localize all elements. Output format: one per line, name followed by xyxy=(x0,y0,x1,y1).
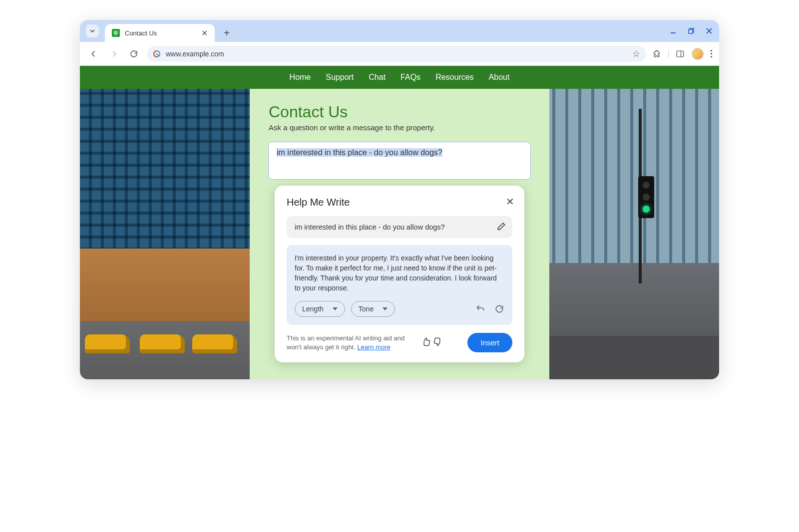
length-dropdown[interactable]: Length xyxy=(295,301,345,317)
undo-icon[interactable] xyxy=(475,304,485,314)
length-label: Length xyxy=(302,305,324,313)
profile-avatar[interactable] xyxy=(692,48,704,60)
tab-search-button[interactable] xyxy=(86,24,99,37)
browser-window: Contact Us ✕ + www.example.com ☆ xyxy=(80,20,719,379)
hmw-controls-row: Length Tone xyxy=(295,301,504,317)
message-textarea[interactable]: im interested in this place - do you all… xyxy=(268,142,531,180)
hmw-prompt-text: im interested in this place - do you all… xyxy=(295,223,445,231)
side-panel-icon[interactable] xyxy=(676,49,685,58)
extensions-icon[interactable] xyxy=(652,49,661,58)
tone-label: Tone xyxy=(359,305,374,313)
tab-title: Contact Us xyxy=(125,29,157,37)
minimize-icon[interactable] xyxy=(669,27,677,35)
hmw-disclaimer: This is an experimental AI writing aid a… xyxy=(287,334,416,352)
window-controls xyxy=(669,20,713,42)
bookmark-icon[interactable]: ☆ xyxy=(632,48,640,59)
thumbs-up-icon[interactable] xyxy=(421,337,430,348)
favicon-icon xyxy=(112,29,120,37)
nav-resources[interactable]: Resources xyxy=(435,73,473,82)
nav-faqs[interactable]: FAQs xyxy=(400,73,420,82)
maximize-icon[interactable] xyxy=(687,27,695,35)
forward-button[interactable] xyxy=(107,47,121,61)
reload-button[interactable] xyxy=(127,47,141,61)
new-tab-button[interactable]: + xyxy=(220,26,234,40)
close-window-icon[interactable] xyxy=(705,27,713,35)
page-subtitle: Ask a question or write a message to the… xyxy=(269,123,435,132)
nav-chat[interactable]: Chat xyxy=(369,73,386,82)
site-nav: Home Support Chat FAQs Resources About xyxy=(80,66,719,89)
edit-icon[interactable] xyxy=(496,222,506,233)
svg-rect-0 xyxy=(113,30,118,35)
page-title: Contact Us xyxy=(269,103,348,121)
insert-button[interactable]: Insert xyxy=(467,333,512,352)
help-me-write-panel: Help Me Write ✕ im interested in this pl… xyxy=(275,186,524,362)
extensions-area xyxy=(652,48,712,60)
address-bar[interactable]: www.example.com ☆ xyxy=(147,46,646,62)
svg-rect-11 xyxy=(677,51,684,57)
site-icon xyxy=(153,50,161,58)
back-button[interactable] xyxy=(87,47,101,61)
regenerate-icon[interactable] xyxy=(494,304,504,314)
page-body: Contact Us Ask a question or write a mes… xyxy=(80,89,719,379)
message-text: im interested in this place - do you all… xyxy=(277,148,442,157)
tone-dropdown[interactable]: Tone xyxy=(351,301,395,317)
thumbs-down-icon[interactable] xyxy=(433,337,442,348)
content-column: Contact Us Ask a question or write a mes… xyxy=(250,89,549,379)
browser-tab[interactable]: Contact Us ✕ xyxy=(105,24,215,42)
hmw-prompt-row: im interested in this place - do you all… xyxy=(287,216,512,238)
learn-more-link[interactable]: Learn more xyxy=(357,343,390,351)
nav-support[interactable]: Support xyxy=(326,73,354,82)
separator xyxy=(668,49,669,58)
close-tab-icon[interactable]: ✕ xyxy=(201,28,208,38)
hmw-title: Help Me Write xyxy=(287,197,512,208)
close-icon[interactable]: ✕ xyxy=(506,196,514,208)
chrome-menu-button[interactable] xyxy=(711,50,712,57)
page-viewport: Home Support Chat FAQs Resources About C… xyxy=(80,66,719,379)
hmw-suggestion-box: I'm interested in your property. It's ex… xyxy=(287,245,512,325)
hmw-suggestion-text: I'm interested in your property. It's ex… xyxy=(295,253,504,293)
nav-about[interactable]: About xyxy=(489,73,510,82)
browser-toolbar: www.example.com ☆ xyxy=(80,42,719,66)
url-text: www.example.com xyxy=(166,50,224,58)
svg-rect-7 xyxy=(689,29,693,33)
tab-strip: Contact Us ✕ + xyxy=(80,20,719,42)
nav-home[interactable]: Home xyxy=(290,73,311,82)
hmw-footer: This is an experimental AI writing aid a… xyxy=(287,333,512,352)
